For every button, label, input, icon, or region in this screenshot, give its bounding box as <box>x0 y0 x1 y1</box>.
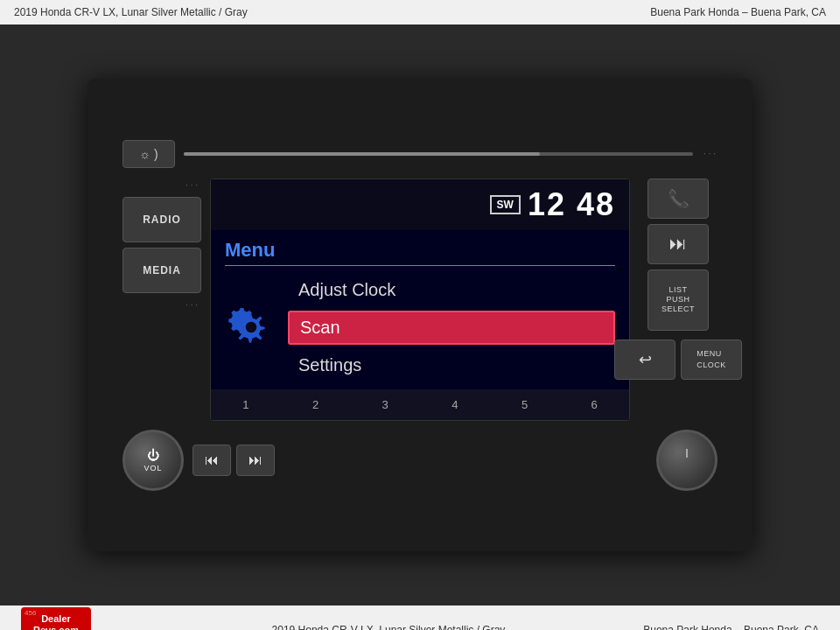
menu-item-scan[interactable]: Scan <box>288 311 615 345</box>
seek-forward-icon: ⏭ <box>248 452 262 468</box>
logo-text: DealerRevs.com <box>33 613 79 630</box>
top-controls-row: ☼ ) · · · <box>122 140 718 168</box>
brightness-button[interactable]: ☼ ) <box>122 140 175 168</box>
seek-back-button[interactable]: ⏮ <box>192 444 231 476</box>
radio-button[interactable]: RADIO <box>122 197 201 242</box>
back-icon: ↩ <box>639 350 652 369</box>
back-button[interactable]: ↩ <box>614 340 676 380</box>
top-dealer-info: Buena Park Honda – Buena Park, CA <box>650 6 826 18</box>
bottom-car-info: 2019 Honda CR-V LX, Lunar Silver Metalli… <box>272 624 506 630</box>
seek-buttons: ⏮ ⏭ <box>192 444 275 476</box>
skip-icon: ⏭ <box>669 234 687 254</box>
power-icon: ⏻ <box>147 448 160 462</box>
menu-items-list: Adjust Clock Scan Settings <box>288 275 615 381</box>
menu-content: Adjust Clock Scan Settings <box>225 275 615 381</box>
seek-back-icon: ⏮ <box>205 452 219 468</box>
dealer-logo-badge: 456 DealerRevs.com <box>21 607 91 630</box>
head-unit: ☼ ) · · · · · · RADIO MEDIA · · · SW 12 … <box>88 79 752 551</box>
menu-item-settings[interactable]: Settings <box>288 350 615 381</box>
seek-forward-button[interactable]: ⏭ <box>236 444 275 476</box>
top-dots: · · · <box>702 147 718 160</box>
left-controls: · · · RADIO MEDIA · · · <box>122 178 201 421</box>
media-button[interactable]: MEDIA <box>122 248 201 293</box>
bottom-dealer-info: Buena Park Honda – Buena Park, CA <box>643 624 819 630</box>
preset-6[interactable]: 6 <box>559 393 629 416</box>
top-car-info: 2019 Honda CR-V LX, Lunar Silver Metalli… <box>14 6 248 18</box>
screen-top: SW 12 48 <box>211 179 629 230</box>
preset-4[interactable]: 4 <box>420 393 490 416</box>
phone-button[interactable]: 📞 <box>648 178 709 219</box>
station-band: SW <box>490 195 521 214</box>
menu-clock-label: MENUCLOCK <box>696 348 726 370</box>
main-area: ☼ ) · · · · · · RADIO MEDIA · · · SW 12 … <box>0 24 840 606</box>
dealer-logo: 456 DealerRevs.com Your Auto Dealer Supe… <box>21 607 134 630</box>
svg-point-1 <box>246 322 256 332</box>
preset-5[interactable]: 5 <box>490 393 560 416</box>
preset-row: 1 2 3 4 5 6 <box>211 389 629 420</box>
tune-knob[interactable] <box>656 430 718 491</box>
time-display: 12 48 <box>528 186 615 223</box>
brightness-slider[interactable] <box>184 152 693 156</box>
skip-button[interactable]: ⏭ <box>648 224 709 264</box>
middle-section: · · · RADIO MEDIA · · · SW 12 48 Menu <box>122 178 718 421</box>
menu-area: Menu <box>211 230 629 389</box>
preset-3[interactable]: 3 <box>350 393 420 416</box>
right-controls: 📞 ⏭ LISTPUSHSELECT ↩ MENUCLOCK <box>639 178 718 421</box>
left-dots-top: · · · <box>122 178 201 192</box>
menu-title: Menu <box>225 239 615 266</box>
preset-2[interactable]: 2 <box>281 393 351 416</box>
vol-label: VOL <box>144 464 162 472</box>
volume-knob[interactable]: ⏻ VOL <box>122 430 184 491</box>
bottom-controls-row: ⏻ VOL ⏮ ⏭ <box>122 430 718 491</box>
brightness-icon: ☼ ) <box>139 147 158 161</box>
logo-numbers: 456 <box>24 609 36 617</box>
top-bar: 2019 Honda CR-V LX, Lunar Silver Metalli… <box>0 0 840 24</box>
left-dots-bottom: · · · <box>122 298 201 312</box>
gear-icon-area <box>225 284 277 371</box>
phone-icon: 📞 <box>668 188 690 209</box>
list-push-select-label: LISTPUSHSELECT <box>662 285 695 313</box>
gear-icon <box>228 304 274 350</box>
menu-clock-button[interactable]: MENUCLOCK <box>681 340 742 380</box>
list-push-select-button[interactable]: LISTPUSHSELECT <box>648 270 709 331</box>
preset-1[interactable]: 1 <box>211 393 281 416</box>
display-screen: SW 12 48 Menu <box>210 178 630 421</box>
menu-item-adjust-clock[interactable]: Adjust Clock <box>288 275 615 305</box>
tune-knob-mark <box>674 447 700 473</box>
bottom-bar: 456 DealerRevs.com Your Auto Dealer Supe… <box>0 606 840 630</box>
